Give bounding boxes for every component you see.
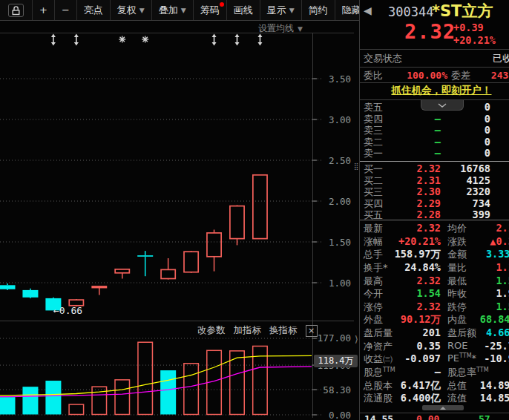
stat-value: 1.14 bbox=[450, 261, 509, 273]
change-params-button[interactable]: 改参数 bbox=[197, 324, 226, 337]
bid-row[interactable]: 买四2.29734 bbox=[360, 197, 509, 209]
level-volume: 0 bbox=[434, 124, 490, 136]
stat-value: 1.54 bbox=[381, 287, 441, 299]
level-volume: 16768 bbox=[434, 163, 490, 174]
stat-value: -0.097 bbox=[381, 352, 441, 364]
ask-row[interactable]: 卖二—0 bbox=[360, 136, 509, 148]
star-icon bbox=[142, 36, 148, 43]
add-indicator-button[interactable]: 加指标 bbox=[234, 324, 262, 337]
stat-value: 68.84万 bbox=[450, 313, 509, 327]
stat-value: -10.98 bbox=[450, 352, 509, 364]
gridlines bbox=[0, 79, 322, 415]
level-price: 2.31 bbox=[382, 174, 441, 186]
last-price: 2.32 bbox=[404, 20, 456, 43]
divider bbox=[360, 67, 509, 68]
bid-ask-divider bbox=[360, 161, 509, 162]
volume-bars bbox=[0, 342, 267, 414]
level-price: — bbox=[382, 136, 441, 148]
level-price: 2.32 bbox=[382, 163, 441, 174]
trade-status-row: 交易状态 已收盘 bbox=[360, 51, 509, 66]
bid-row[interactable]: 买一2.3216768 bbox=[360, 163, 509, 174]
partial-value: 57 bbox=[479, 413, 490, 420]
stat-value: 2.10 bbox=[450, 222, 509, 234]
level-volume: 0 bbox=[434, 147, 490, 159]
stat-value: +20.21% bbox=[381, 235, 441, 247]
volume-axis-badge: 118.4万 bbox=[314, 355, 358, 367]
volume-bar bbox=[0, 397, 16, 414]
volume-bar bbox=[22, 387, 38, 414]
stat-row: 盘后量201盘后额4.66万 bbox=[360, 326, 509, 339]
stat-value: 1.54 bbox=[450, 301, 509, 312]
candle bbox=[92, 286, 106, 288]
volume-bar bbox=[45, 381, 61, 414]
divider bbox=[360, 49, 509, 50]
volume-bar bbox=[92, 387, 107, 414]
quote-stats: 最新2.32均价2.10涨幅+20.21%涨跌▲0.39总手158.97万金额3… bbox=[360, 221, 509, 404]
svg-text:2.50: 2.50 bbox=[329, 155, 351, 166]
bid-queue: 买一2.3216768买二2.314125买三2.302320买四2.29734… bbox=[360, 163, 509, 220]
level-price: — bbox=[382, 124, 441, 136]
bid-row[interactable]: 买二2.314125 bbox=[360, 174, 509, 186]
level-price: 2.30 bbox=[382, 186, 441, 197]
stat-row: 总手158.97万金额3.33亿 bbox=[360, 247, 509, 260]
level-volume: 0 bbox=[434, 101, 490, 113]
stats-collapse-tab[interactable] bbox=[422, 405, 464, 410]
open-account-link[interactable]: 抓住机会，即刻开户！ bbox=[360, 84, 509, 97]
stat-value: 1.54 bbox=[450, 275, 509, 286]
indicator-toolbar: 改参数 加指标 换指标 × bbox=[197, 324, 318, 337]
svg-text:3.00: 3.00 bbox=[329, 114, 351, 125]
bid-row[interactable]: 买三2.302320 bbox=[360, 186, 509, 197]
level-price: — bbox=[382, 113, 441, 125]
kline-chart-canvas[interactable]: 3.503.002.502.001.501.00177.00115.0058.3… bbox=[0, 0, 359, 420]
candle bbox=[253, 175, 267, 239]
level-volume: 399 bbox=[434, 209, 490, 220]
close-indicator-icon[interactable]: × bbox=[306, 325, 318, 337]
stat-row: 换手*24.84%量比1.14 bbox=[360, 260, 509, 274]
candle bbox=[230, 206, 244, 239]
splitter-handle-icon[interactable]: ⣿ bbox=[354, 163, 359, 170]
level-volume: 734 bbox=[434, 197, 490, 209]
weibi-row: 委比 100.00% 委差 24346 bbox=[360, 68, 509, 82]
star-icon bbox=[119, 36, 125, 43]
ask-row[interactable]: 卖四—0 bbox=[360, 113, 509, 125]
volume-bar bbox=[115, 380, 130, 415]
low-price-annotation: ←0.66 bbox=[53, 305, 82, 316]
level-price: 2.28 bbox=[382, 209, 441, 220]
stat-value: 14.89亿 bbox=[450, 379, 509, 393]
svg-text:1.50: 1.50 bbox=[329, 237, 351, 248]
partial-value: 0.00 bbox=[416, 413, 439, 420]
stat-row: 今开1.54昨收1.93 bbox=[360, 286, 509, 300]
stat-value: — bbox=[381, 366, 441, 378]
stat-value: 2.32 bbox=[381, 301, 441, 312]
ask-row[interactable]: 卖三—0 bbox=[360, 124, 509, 136]
level-volume: 0 bbox=[434, 136, 490, 148]
candle bbox=[115, 269, 129, 273]
stat-value: — bbox=[450, 366, 509, 378]
level-volume: 0 bbox=[434, 113, 490, 125]
bid-row[interactable]: 买五2.28399 bbox=[360, 209, 509, 220]
updown-arrow-icon bbox=[74, 34, 79, 46]
stat-row: 涨幅+20.21%涨跌▲0.39 bbox=[360, 234, 509, 248]
switch-indicator-button[interactable]: 换指标 bbox=[269, 324, 298, 337]
stat-value: 4.66万 bbox=[450, 327, 509, 340]
stat-value: 6.417亿 bbox=[381, 379, 441, 393]
stat-row: 总股本6.417亿总值14.89亿 bbox=[360, 378, 509, 392]
stat-value: 0.35 bbox=[381, 340, 441, 352]
event-markers bbox=[51, 34, 263, 46]
stat-row: 最新2.32均价2.10 bbox=[360, 221, 509, 234]
weibi-value: 100.00% bbox=[395, 70, 447, 81]
stat-value: 24.84% bbox=[381, 261, 441, 273]
stat-value: 3.33亿 bbox=[450, 248, 509, 261]
ask-row[interactable]: 卖一—0 bbox=[360, 147, 509, 159]
triangle-up-icon bbox=[440, 407, 446, 410]
quote-panel: ◀ 300344 *ST立方 2.32 +0.39 +20.21% 交易状态 已… bbox=[359, 0, 509, 420]
ask-row[interactable]: 卖五0 bbox=[360, 101, 509, 113]
stat-value: 90.12万 bbox=[381, 313, 441, 327]
back-arrow-icon[interactable]: ◀ bbox=[364, 4, 372, 16]
svg-text:177.00: 177.00 bbox=[318, 332, 351, 344]
volume-bar bbox=[160, 370, 176, 414]
level-volume: 2320 bbox=[434, 186, 490, 197]
panel-collapse-icon[interactable]: ⟩ bbox=[355, 334, 358, 344]
axis-labels: 3.503.002.502.001.501.00177.00115.0058.3… bbox=[318, 73, 351, 420]
divider bbox=[360, 82, 509, 83]
